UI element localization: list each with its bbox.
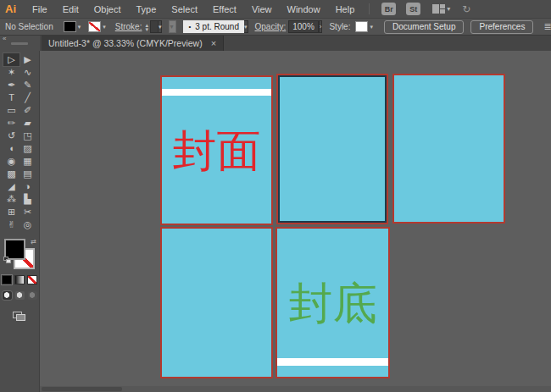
stroke-weight-field[interactable] (150, 20, 159, 33)
main-content: ▷ ▶ ✶ ∿ ✒ ✎ T ╱ ▭ ✐ ✏ ▰ ↺ ◳ ◖ ▨ ◉ ▦ ▩ ▤ (0, 51, 551, 392)
menu-select[interactable]: Select (164, 0, 205, 19)
hand-tool[interactable]: ✌ (3, 218, 19, 231)
symbol-sprayer-tool[interactable]: ⁂ (3, 193, 19, 206)
close-tab-icon[interactable]: × (211, 38, 216, 48)
collapse-panel-icon[interactable]: « (3, 35, 6, 42)
eyedropper-tool[interactable]: ◢ (3, 180, 19, 193)
artboard-back-cover[interactable]: 封底 (276, 227, 390, 378)
stroke-color-swatch[interactable] (88, 21, 101, 32)
sync-settings-icon[interactable]: ↻ (462, 3, 470, 15)
width-tool[interactable]: ◖ (3, 142, 19, 155)
stroke-weight-chevron-icon[interactable]: ▾ (159, 20, 163, 33)
tools-panel-header: « (0, 36, 40, 51)
fill-color-swatch[interactable] (64, 21, 76, 32)
artboard-tool[interactable]: ⊞ (3, 206, 19, 218)
type-tool[interactable]: T (3, 91, 19, 104)
perspective-grid-tool[interactable]: ▦ (19, 155, 36, 168)
bridge-button[interactable]: Br (381, 3, 396, 15)
menu-type[interactable]: Type (129, 0, 164, 19)
pen-tool[interactable]: ✒ (3, 79, 19, 91)
selection-tool[interactable]: ▷ (3, 53, 19, 66)
drawing-modes-row (3, 291, 37, 300)
horizontal-scrollbar[interactable] (40, 386, 551, 392)
screen-mode-icon[interactable] (13, 312, 26, 322)
line-segment-tool[interactable]: ╱ (19, 91, 36, 104)
paintbrush-tool[interactable]: ✐ (19, 104, 36, 117)
menu-window[interactable]: Window (280, 0, 328, 19)
fill-chevron-icon[interactable]: ▾ (76, 24, 84, 30)
opacity-link[interactable]: Opacity: (255, 22, 287, 31)
blend-tool[interactable]: ◑ (19, 180, 36, 193)
shape-builder-tool[interactable]: ◉ (3, 155, 19, 168)
width-profile-dropdown: ▾ (169, 20, 176, 33)
column-graph-tool[interactable]: ▙ (19, 193, 36, 206)
rectangle-tool[interactable]: ▭ (3, 104, 19, 117)
rotate-tool[interactable]: ↺ (3, 130, 19, 142)
illustrator-window: Ai File Edit Object Type Select Effect V… (0, 0, 551, 392)
brush-definition-value: 3 pt. Round (195, 22, 239, 31)
style-swatch[interactable] (355, 21, 368, 32)
artboard-top-right[interactable] (392, 74, 505, 224)
document-tab[interactable]: Untitled-3* @ 33.33% (CMYK/Preview) × (42, 36, 224, 51)
panel-drag-handle[interactable] (11, 42, 28, 45)
menu-view[interactable]: View (244, 0, 280, 19)
stock-button[interactable]: St (406, 3, 420, 15)
swap-fill-stroke-icon[interactable]: ⇄ (31, 238, 36, 246)
opacity-expand-icon[interactable]: › (319, 20, 323, 33)
document-tab-title: Untitled-3* @ 33.33% (CMYK/Preview) (48, 38, 203, 48)
back-cover-white-stripe[interactable] (277, 358, 388, 366)
slice-tool[interactable]: ✂ (19, 206, 36, 218)
selection-status: No Selection (5, 22, 53, 31)
fill-stroke-widget: ⇄ (3, 238, 36, 270)
brush-definition-dropdown[interactable]: • 3 pt. Round (183, 20, 244, 33)
default-fill-stroke-icon[interactable] (3, 257, 11, 263)
scale-tool[interactable]: ◳ (19, 130, 36, 142)
paint-mode-row (2, 275, 37, 284)
stroke-weight-stepper[interactable]: ▴▾ (145, 23, 148, 31)
none-button[interactable] (27, 275, 37, 284)
cover-title-text[interactable]: 封面 (162, 77, 271, 224)
back-cover-title-text[interactable]: 封底 (277, 229, 388, 377)
menu-object[interactable]: Object (86, 0, 129, 19)
menu-help[interactable]: Help (328, 0, 363, 19)
artboard-top-middle[interactable] (276, 74, 388, 224)
gradient-button[interactable] (14, 275, 25, 284)
menu-edit[interactable]: Edit (55, 0, 86, 19)
free-transform-tool[interactable]: ▨ (19, 142, 36, 155)
lasso-tool[interactable]: ∿ (19, 66, 36, 79)
workspace-switcher-icon[interactable] (432, 4, 445, 14)
tool-grid: ▷ ▶ ✶ ∿ ✒ ✎ T ╱ ▭ ✐ ✏ ▰ ↺ ◳ ◖ ▨ ◉ ▦ ▩ ▤ (3, 53, 36, 231)
draw-inside-icon (28, 291, 37, 300)
stroke-chevron-icon[interactable]: ▾ (101, 24, 109, 30)
color-button[interactable] (2, 275, 12, 284)
illustrator-logo: Ai (5, 3, 16, 15)
eraser-tool[interactable]: ▰ (19, 117, 36, 130)
style-chevron-icon[interactable]: ▾ (368, 24, 376, 30)
workspace-chevron-icon[interactable]: ▾ (447, 5, 450, 13)
mesh-tool[interactable]: ▩ (3, 168, 19, 180)
zoom-tool[interactable]: ◎ (19, 218, 36, 231)
magic-wand-tool[interactable]: ✶ (3, 66, 19, 79)
tab-bar: « Untitled-3* @ 33.33% (CMYK/Preview) × (0, 36, 551, 51)
menu-effect[interactable]: Effect (205, 0, 244, 19)
direct-selection-tool[interactable]: ▶ (19, 53, 36, 66)
pencil-tool[interactable]: ✏ (3, 117, 19, 130)
canvas[interactable]: 封面 封底 (40, 51, 551, 392)
draw-normal-icon[interactable] (3, 291, 12, 300)
style-label: Style: (329, 22, 350, 31)
menu-file[interactable]: File (25, 0, 55, 19)
curvature-tool[interactable]: ✎ (19, 79, 36, 91)
brush-chevron-icon[interactable]: ▾ (244, 20, 248, 33)
draw-behind-icon[interactable] (15, 291, 25, 300)
menu-separator (369, 3, 370, 14)
gradient-tool[interactable]: ▤ (19, 168, 36, 180)
document-setup-button[interactable]: Document Setup (384, 20, 465, 34)
opacity-field[interactable]: 100% (288, 20, 319, 33)
align-options-icon[interactable]: ≣ (543, 21, 551, 32)
artboard-cover[interactable]: 封面 (160, 75, 273, 225)
tools-panel: ▷ ▶ ✶ ∿ ✒ ✎ T ╱ ▭ ✐ ✏ ▰ ↺ ◳ ◖ ▨ ◉ ▦ ▩ ▤ (0, 51, 40, 392)
artboard-bottom-left[interactable] (160, 227, 273, 378)
scrollbar-thumb[interactable] (42, 387, 122, 391)
preferences-button[interactable]: Preferences (470, 20, 533, 34)
stroke-panel-link[interactable]: Stroke: (115, 22, 142, 31)
